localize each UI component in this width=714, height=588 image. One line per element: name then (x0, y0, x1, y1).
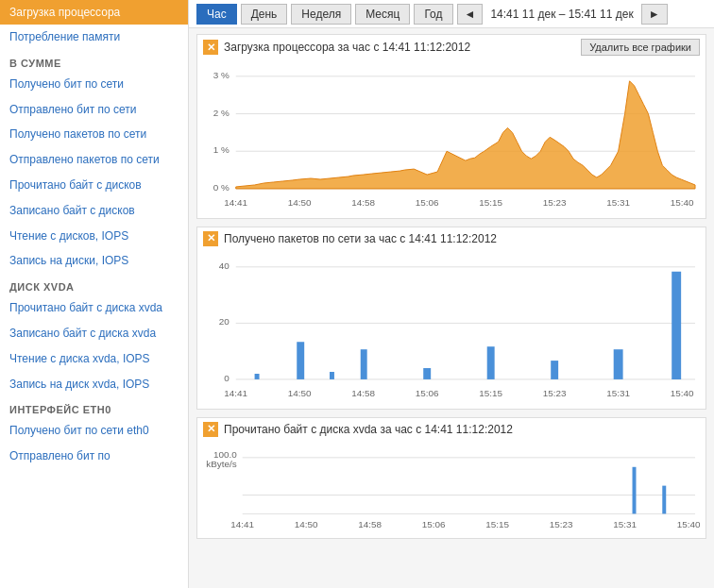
svg-text:14:50: 14:50 (288, 388, 312, 398)
svg-text:15:31: 15:31 (606, 197, 630, 208)
svg-text:15:15: 15:15 (479, 197, 502, 208)
chart-disk-read-header: ✕ Прочитано байт с диска xvda за час с 1… (203, 422, 700, 437)
svg-text:14:41: 14:41 (230, 519, 254, 529)
toolbar: Час День Неделя Месяц Год ◄ 14:41 11 дек… (189, 0, 714, 28)
svg-text:15:15: 15:15 (485, 519, 509, 529)
svg-text:2 %: 2 % (213, 108, 230, 118)
sidebar-item-bits-recv[interactable]: Получено бит по сети (0, 72, 188, 97)
chart-packets-container: 40 20 0 14:41 14:50 14:58 15:06 15:15 15… (203, 248, 700, 403)
packet-bar-9 (330, 372, 334, 379)
sidebar-item-memory[interactable]: Потребление памяти (0, 25, 188, 50)
chart-cpu-header: ✕ Загрузка процессора за час с 14:41 11:… (203, 39, 700, 56)
sidebar-section-total: В СУММЕ (0, 50, 188, 72)
packet-bar-4 (487, 346, 495, 379)
svg-text:15:31: 15:31 (606, 388, 630, 398)
prev-button[interactable]: ◄ (457, 4, 484, 25)
chart-disk-read-svg: 100.0 kByte/s 14:41 14:50 14:58 15:06 15… (203, 439, 700, 532)
svg-text:14:41: 14:41 (224, 388, 247, 398)
main-content: Час День Неделя Месяц Год ◄ 14:41 11 дек… (189, 0, 714, 588)
sidebar-item-xvda-write[interactable]: Записано байт с диска xvda (0, 321, 188, 346)
svg-text:15:40: 15:40 (677, 519, 700, 529)
btn-hour[interactable]: Час (196, 4, 237, 25)
btn-day[interactable]: День (241, 4, 288, 25)
chart-packets-close[interactable]: ✕ (203, 231, 218, 246)
sidebar-item-xvda-read[interactable]: Прочитано байт с диска xvda (0, 295, 188, 321)
packet-bar-5 (551, 361, 558, 379)
svg-text:14:58: 14:58 (351, 388, 375, 398)
svg-text:20: 20 (219, 316, 230, 327)
sidebar-section-disk: ДИСК XVDA (0, 274, 188, 295)
sidebar-item-cpu[interactable]: Загрузка процессора (0, 0, 188, 25)
chart-packets-svg: 40 20 0 14:41 14:50 14:58 15:06 15:15 15… (203, 248, 700, 403)
next-button[interactable]: ► (641, 4, 668, 25)
svg-text:15:06: 15:06 (416, 388, 439, 398)
delete-all-button[interactable]: Удалить все графики (581, 39, 700, 56)
chart-packets: ✕ Получено пакетов по сети за час с 14:4… (196, 227, 706, 410)
chart-cpu-close[interactable]: ✕ (203, 40, 218, 55)
svg-text:15:23: 15:23 (550, 519, 573, 529)
svg-text:14:58: 14:58 (351, 197, 375, 208)
charts-area: ✕ Загрузка процессора за час с 14:41 11:… (189, 28, 714, 588)
sidebar-item-xvda-iops-write[interactable]: Запись на диск xvda, IOPS (0, 372, 188, 397)
chart-packets-title: Получено пакетов по сети за час с 14:41 … (224, 232, 497, 245)
chart-disk-read-close[interactable]: ✕ (203, 422, 218, 437)
svg-text:3 %: 3 % (213, 70, 230, 80)
packet-bar-1 (297, 342, 304, 379)
svg-text:14:50: 14:50 (295, 519, 318, 529)
packet-bar-2 (361, 349, 367, 379)
btn-month[interactable]: Месяц (355, 4, 410, 25)
packet-bar-8 (255, 374, 260, 379)
btn-week[interactable]: Неделя (291, 4, 351, 25)
btn-year[interactable]: Год (414, 4, 452, 25)
packet-bar-7 (672, 272, 681, 379)
sidebar-item-packets-sent[interactable]: Отправлено пакетов по сети (0, 147, 188, 173)
sidebar-item-bytes-disks-read[interactable]: Прочитано байт с дисков (0, 173, 188, 198)
svg-text:15:06: 15:06 (422, 519, 446, 529)
svg-text:15:23: 15:23 (543, 197, 567, 208)
svg-text:40: 40 (219, 260, 230, 271)
chart-cpu-title: Загрузка процессора за час с 14:41 11:12… (224, 41, 470, 54)
svg-text:14:58: 14:58 (358, 519, 382, 529)
chart-cpu-container: 3 % 2 % 1 % 0 % 14:41 14:50 14:58 15:06 … (203, 58, 700, 212)
chart-cpu-svg: 3 % 2 % 1 % 0 % 14:41 14:50 14:58 15:06 … (203, 58, 700, 212)
sidebar-item-eth0-send[interactable]: Отправлено бит по (0, 444, 188, 469)
sidebar: Загрузка процессора Потребление памяти В… (0, 0, 189, 588)
chart-packets-header: ✕ Получено пакетов по сети за час с 14:4… (203, 231, 700, 246)
chart-disk-read-container: 100.0 kByte/s 14:41 14:50 14:58 15:06 15… (203, 439, 700, 532)
sidebar-item-packets-recv[interactable]: Получено пакетов по сети (0, 122, 188, 147)
svg-text:15:15: 15:15 (479, 388, 502, 398)
svg-text:15:23: 15:23 (543, 388, 567, 398)
chart-disk-read-title: Прочитано байт с диска xvda за час с 14:… (224, 423, 513, 436)
svg-text:15:31: 15:31 (613, 519, 637, 529)
cpu-area (236, 81, 695, 189)
chart-disk-read: ✕ Прочитано байт с диска xvda за час с 1… (196, 417, 706, 539)
svg-text:15:40: 15:40 (671, 197, 694, 208)
svg-text:15:06: 15:06 (416, 197, 439, 208)
svg-text:0: 0 (224, 373, 230, 383)
sidebar-item-disks-iops-write[interactable]: Запись на диски, IOPS (0, 248, 188, 274)
svg-text:15:40: 15:40 (671, 388, 694, 398)
packet-bar-6 (614, 349, 623, 379)
sidebar-item-eth0-recv[interactable]: Получено бит по сети eth0 (0, 418, 188, 444)
svg-text:1 %: 1 % (213, 144, 230, 155)
packet-bar-3 (423, 368, 431, 379)
svg-text:14:41: 14:41 (224, 197, 247, 208)
svg-text:0 %: 0 % (213, 182, 230, 193)
time-range-label: 14:41 11 дек – 15:41 11 дек (486, 8, 637, 21)
disk-bar-2 (662, 485, 666, 513)
sidebar-item-bits-sent[interactable]: Отправлено бит по сети (0, 97, 188, 123)
chart-cpu: ✕ Загрузка процессора за час с 14:41 11:… (196, 34, 706, 219)
svg-text:14:50: 14:50 (288, 197, 312, 208)
sidebar-item-disks-iops-read[interactable]: Чтение с дисков, IOPS (0, 224, 188, 249)
disk-bar-1 (633, 466, 637, 513)
svg-text:kByte/s: kByte/s (206, 458, 237, 468)
sidebar-item-bytes-disks-write[interactable]: Записано байт с дисков (0, 198, 188, 224)
sidebar-item-xvda-iops-read[interactable]: Чтение с диска xvda, IOPS (0, 346, 188, 372)
sidebar-section-eth: ИНТЕРФЕЙС ETH0 (0, 396, 188, 418)
